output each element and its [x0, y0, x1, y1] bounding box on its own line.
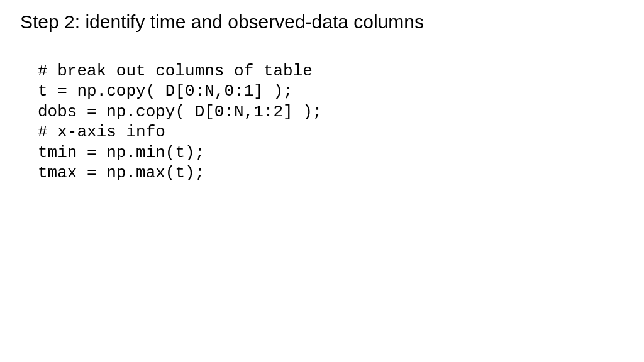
code-block: # break out columns of table t = np.copy… [20, 40, 624, 184]
code-line: # break out columns of table [38, 62, 313, 80]
code-line: tmax = np.max(t); [38, 163, 204, 182]
code-line: t = np.copy( D[0:N,0:1] ); [38, 82, 293, 101]
code-line: # x-axis info [38, 123, 165, 141]
code-line: tmin = np.min(t); [38, 143, 204, 162]
code-line: dobs = np.copy( D[0:N,1:2] ); [38, 102, 322, 121]
slide-title: Step 2: identify time and observed-data … [20, 11, 624, 33]
